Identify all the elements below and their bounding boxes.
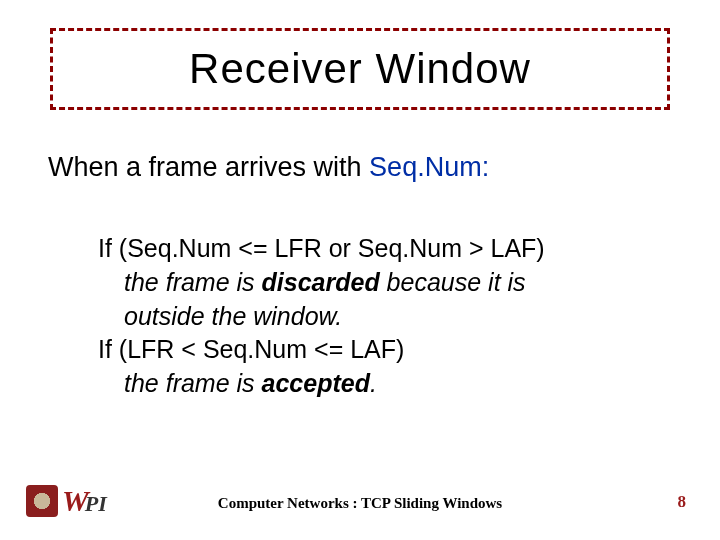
body-line-5: the frame is accepted. [124,367,545,401]
body-line-4: If (LFR < Seq.Num <= LAF) [98,333,545,367]
body-accepted: accepted [262,369,370,397]
page-number: 8 [678,492,687,512]
slide-title-box: Receiver Window [50,28,670,110]
slide-title: Receiver Window [189,45,531,93]
intro-line: When a frame arrives with Seq.Num: [48,152,489,183]
body-line-1: If (Seq.Num <= LFR or Seq.Num > LAF) [98,232,545,266]
footer: WPI Computer Networks : TCP Sliding Wind… [0,478,720,518]
body-line-2c: because it is [380,268,526,296]
footer-title: Computer Networks : TCP Sliding Windows [0,495,720,512]
body-line-5c: . [370,369,377,397]
body-block: If (Seq.Num <= LFR or Seq.Num > LAF) the… [98,232,545,401]
body-discarded: discarded [262,268,380,296]
body-line-5a: the frame is [124,369,262,397]
body-line-2a: the frame is [124,268,262,296]
intro-seqnum: Seq.Num: [369,152,489,182]
intro-prefix: When a frame arrives with [48,152,369,182]
body-line-3: outside the window. [124,300,545,334]
body-line-2: the frame is discarded because it is [124,266,545,300]
